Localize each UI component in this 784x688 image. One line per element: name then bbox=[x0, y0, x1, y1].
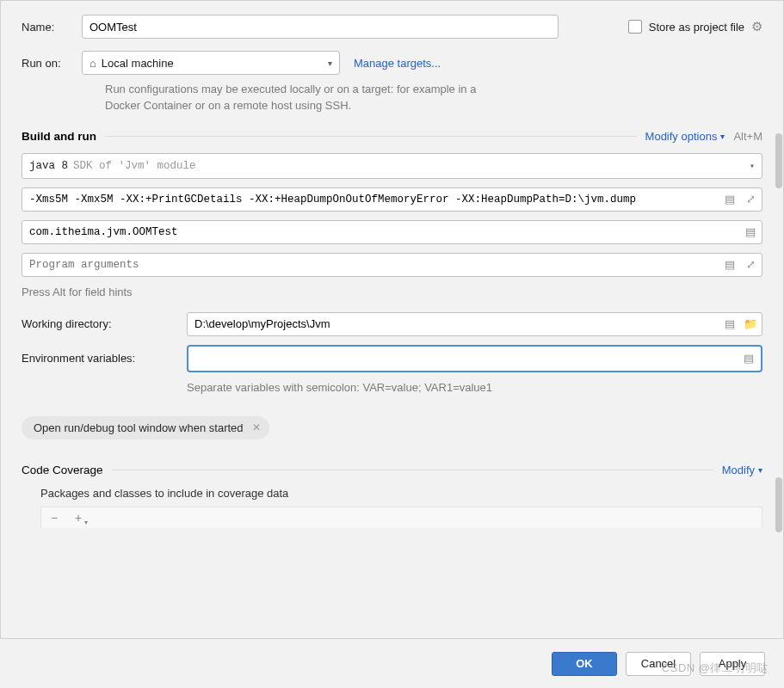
tool-window-chip[interactable]: Open run/debug tool window when started … bbox=[22, 416, 269, 439]
home-icon: ⌂ bbox=[90, 57, 96, 70]
ok-button[interactable]: OK bbox=[552, 652, 617, 676]
press-alt-hint: Press Alt for field hints bbox=[22, 286, 762, 298]
list-icon[interactable]: ▤ bbox=[723, 317, 737, 331]
store-label: Store as project file bbox=[649, 21, 744, 34]
build-header: Build and run Modify options ▾ Alt+M bbox=[22, 130, 762, 143]
main-class-input[interactable] bbox=[22, 220, 762, 244]
env-row: Environment variables: ▤ bbox=[22, 345, 762, 372]
build-title: Build and run bbox=[22, 130, 96, 143]
cancel-button[interactable]: Cancel bbox=[626, 652, 691, 676]
dialog-body: Name: Store as project file ⚙ Run on: ⌂ … bbox=[0, 0, 784, 638]
runon-row: Run on: ⌂ Local machine ▾ Manage targets… bbox=[22, 51, 762, 75]
header-rule bbox=[112, 470, 713, 470]
runon-select[interactable]: ⌂ Local machine ▾ bbox=[82, 51, 340, 75]
coverage-subtitle: Packages and classes to include in cover… bbox=[40, 487, 762, 500]
env-hint: Separate variables with semicolon: VAR=v… bbox=[187, 381, 762, 394]
jdk-field-block: java 8 SDK of 'Jvm' module ▾ bbox=[22, 153, 762, 179]
store-checkbox[interactable] bbox=[628, 20, 642, 34]
working-dir-label: Working directory: bbox=[22, 317, 176, 330]
coverage-modify-link[interactable]: Modify ▾ bbox=[722, 464, 762, 476]
coverage-title: Code Coverage bbox=[22, 464, 103, 476]
coverage-toolbar: − +▾ bbox=[40, 507, 762, 528]
jdk-select[interactable]: java 8 SDK of 'Jvm' module ▾ bbox=[22, 153, 762, 179]
gear-icon[interactable]: ⚙ bbox=[751, 19, 762, 34]
manage-targets-link[interactable]: Manage targets... bbox=[354, 57, 441, 70]
program-args-input[interactable] bbox=[22, 253, 762, 277]
main-class-block: ▤ bbox=[22, 220, 762, 244]
env-label: Environment variables: bbox=[22, 352, 176, 365]
remove-icon[interactable]: − bbox=[46, 511, 62, 525]
button-bar: OK Cancel Apply bbox=[0, 638, 784, 688]
chip-label: Open run/debug tool window when started bbox=[34, 421, 244, 434]
name-input[interactable] bbox=[82, 15, 559, 39]
name-label: Name: bbox=[22, 21, 82, 34]
working-dir-input[interactable] bbox=[187, 312, 762, 336]
runon-value: Local machine bbox=[102, 57, 174, 70]
expand-icon[interactable]: ⤢ bbox=[744, 258, 757, 272]
add-icon[interactable]: +▾ bbox=[71, 511, 86, 525]
modify-options-link[interactable]: Modify options ▾ bbox=[645, 130, 725, 143]
chevron-down-icon: ▾ bbox=[750, 161, 755, 171]
jdk-value: java 8 bbox=[29, 160, 68, 172]
scrollbar[interactable] bbox=[775, 1, 783, 638]
list-icon[interactable]: ▤ bbox=[723, 258, 737, 272]
working-dir-row: Working directory: ▤ 📁 bbox=[22, 312, 762, 336]
header-rule bbox=[105, 136, 637, 137]
env-input[interactable] bbox=[188, 347, 761, 371]
chevron-down-icon: ▾ bbox=[758, 465, 762, 475]
vm-options-input[interactable] bbox=[22, 187, 762, 212]
coverage-header: Code Coverage Modify ▾ bbox=[22, 464, 762, 476]
close-icon[interactable]: ✕ bbox=[252, 421, 261, 433]
vm-options-block: ▤ ⤢ bbox=[22, 187, 762, 212]
runon-label: Run on: bbox=[22, 57, 82, 70]
chevron-down-icon: ▾ bbox=[328, 58, 332, 68]
jdk-module-hint: SDK of 'Jvm' module bbox=[73, 160, 196, 172]
chevron-down-icon: ▾ bbox=[720, 132, 725, 141]
program-args-block: ▤ ⤢ bbox=[22, 253, 762, 277]
list-icon[interactable]: ▤ bbox=[744, 225, 757, 239]
folder-icon[interactable]: 📁 bbox=[744, 317, 757, 331]
list-icon[interactable]: ▤ bbox=[723, 193, 737, 206]
modify-shortcut: Alt+M bbox=[733, 130, 762, 143]
apply-button[interactable]: Apply bbox=[700, 652, 765, 676]
runon-hint: Run configurations may be executed local… bbox=[105, 82, 509, 114]
list-icon[interactable]: ▤ bbox=[742, 352, 756, 366]
name-row: Name: Store as project file ⚙ bbox=[22, 15, 762, 39]
expand-icon[interactable]: ⤢ bbox=[744, 193, 757, 206]
